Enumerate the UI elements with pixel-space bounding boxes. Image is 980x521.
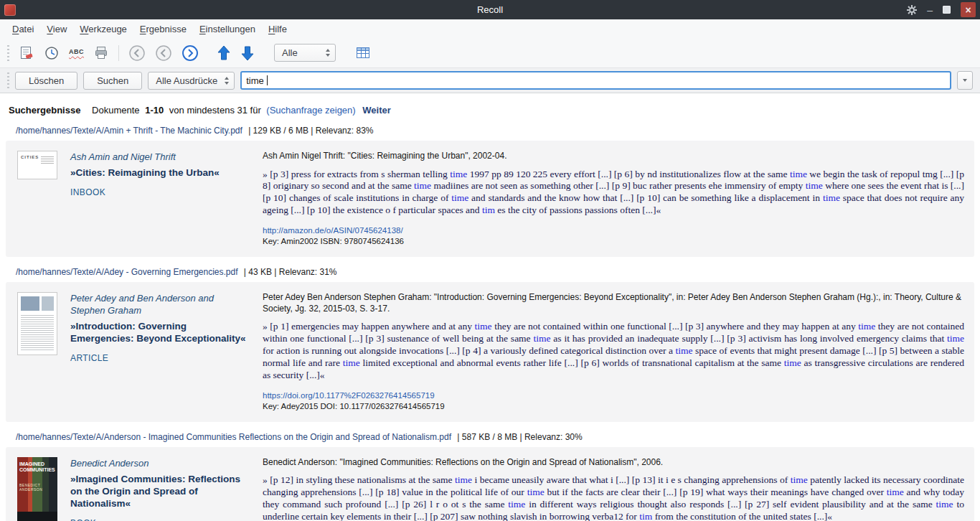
- toolbar-separator: [118, 45, 119, 61]
- result-title[interactable]: »Introduction: Governing Emergencies: Be…: [70, 320, 248, 345]
- toolbar-drag-handle[interactable]: [7, 45, 9, 61]
- dropdown-arrow-icon: [963, 79, 967, 82]
- dropdown-spin-icons: [326, 49, 330, 57]
- highlighted-term: time: [414, 180, 431, 191]
- results-header: Suchergebnisse Dokumente 1-10 von mindes…: [9, 105, 980, 116]
- result-citation: Benedict Anderson: "Imagined Communities…: [263, 457, 964, 469]
- maximize-button[interactable]: [943, 6, 951, 14]
- result-citation: Ash Amin Nigel Thrift: "Cities: Reimagin…: [263, 151, 964, 162]
- result-path-row: /home/hannes/Texte/A/Adey - Governing Em…: [16, 267, 974, 277]
- results-range: 1-10: [145, 105, 164, 116]
- category-filter-dropdown[interactable]: Alle: [274, 44, 336, 62]
- menu-view[interactable]: View: [40, 22, 73, 37]
- result-file-path[interactable]: /home/hannes/Texte/A/Anderson - Imagined…: [16, 432, 451, 442]
- show-query-link[interactable]: (Suchanfrage zeigen): [266, 105, 355, 116]
- spin-down-icon: [326, 54, 330, 57]
- maximize-icon: [943, 6, 951, 14]
- result-url-link[interactable]: https://doi.org/10.1177%2F02632764145657…: [263, 391, 435, 400]
- table-view-icon[interactable]: [355, 46, 371, 60]
- result-content-column: Peter Adey Ben Anderson Stephen Graham: …: [263, 292, 964, 410]
- search-mode-value: Alle Ausdrücke: [156, 75, 217, 86]
- result-citation: Peter Adey Ben Anderson Stephen Graham: …: [263, 292, 964, 314]
- results-list: /home/hannes/Texte/A/Amin + Thrift - The…: [0, 126, 980, 521]
- thumbnail-text: CITIES: [21, 155, 39, 159]
- result-key: Key: Amin2002 ISBN: 9780745624136: [263, 237, 964, 245]
- menu-werkzeuge[interactable]: Werkzeuge: [73, 22, 133, 37]
- spin-up-icon: [225, 77, 229, 80]
- recoll-app-icon[interactable]: [4, 4, 16, 16]
- result-snippet: » [p 12] in styling these nationalisms a…: [263, 474, 964, 521]
- result-doctype-badge: INBOOK: [70, 187, 248, 197]
- result-detail-panel: Peter Adey and Ben Anderson and Stephen …: [6, 282, 974, 422]
- previous-page-icon[interactable]: [155, 44, 172, 62]
- sort-up-arrow-icon[interactable]: [217, 44, 231, 62]
- result-content-column: Benedict Anderson: "Imagined Communities…: [263, 457, 964, 521]
- highlighted-term: time: [790, 169, 807, 179]
- result-thumbnail[interactable]: IMAGINED COMMUNITIES BENEDICT ANDERSON: [17, 457, 57, 521]
- highlighted-term: tim: [482, 205, 495, 215]
- result-thumbnail[interactable]: CITIES: [17, 151, 57, 179]
- close-button[interactable]: ×: [961, 2, 976, 17]
- titlebar: Recoll – ×: [0, 0, 980, 19]
- first-page-icon[interactable]: [128, 44, 146, 62]
- result-path-row: /home/hannes/Texte/A/Anderson - Imagined…: [16, 432, 974, 442]
- results-title: Suchergebnisse: [9, 105, 80, 116]
- result-size-relevance: | 43 KB | Relevanz: 31%: [244, 267, 337, 277]
- results-count-text: von mindestens 31 für: [169, 105, 261, 116]
- result-author: Benedict Anderson: [70, 458, 248, 470]
- menu-einstellungen[interactable]: Einstellungen: [193, 22, 262, 37]
- result-snippet: » [p 3] press for extracts from s sherma…: [263, 169, 964, 217]
- result-detail-panel: IMAGINED COMMUNITIES BENEDICT ANDERSON B…: [6, 447, 974, 521]
- sort-down-arrow-icon[interactable]: [240, 44, 255, 62]
- result-bibliography-column: Ash Amin and Nigel Thrift »Cities: Reima…: [70, 151, 248, 197]
- highlighted-term: time: [947, 333, 964, 344]
- highlighted-term: time: [791, 474, 808, 485]
- settings-gear-icon[interactable]: [907, 5, 917, 15]
- result-title[interactable]: »Imagined Communities: Reflections on th…: [70, 473, 248, 510]
- result-author: Peter Adey and Ben Anderson and Stephen …: [70, 293, 248, 317]
- highlighted-term: time: [887, 487, 904, 497]
- result-file-path[interactable]: /home/hannes/Texte/A/Adey - Governing Em…: [16, 267, 238, 277]
- clear-search-icon[interactable]: [19, 45, 34, 61]
- clear-button[interactable]: Löschen: [15, 72, 77, 90]
- spell-term-explorer-icon[interactable]: ABC: [69, 48, 84, 57]
- menu-ergebnisse[interactable]: Ergebnisse: [133, 22, 193, 37]
- search-result: /home/hannes/Texte/A/Adey - Governing Em…: [0, 267, 980, 422]
- history-clock-icon[interactable]: [44, 45, 60, 61]
- search-mode-dropdown[interactable]: Alle Ausdrücke: [148, 72, 235, 90]
- result-url-link[interactable]: http://amazon.de/o/ASIN/0745624138/: [263, 226, 403, 235]
- search-result: /home/hannes/Texte/A/Amin + Thrift - The…: [0, 126, 980, 257]
- result-doctype-badge: BOOK: [70, 518, 248, 521]
- searchbar-drag-handle[interactable]: [7, 72, 9, 88]
- query-history-dropdown[interactable]: [957, 71, 973, 90]
- result-doctype-badge: ARTICLE: [70, 353, 248, 363]
- next-page-link[interactable]: Weiter: [362, 105, 391, 116]
- spin-up-icon: [326, 49, 330, 52]
- search-input[interactable]: [240, 71, 951, 90]
- dropdown-spin-icons: [225, 77, 229, 85]
- window-controls: – ×: [907, 0, 976, 19]
- highlighted-term: time: [806, 180, 823, 191]
- result-detail-panel: CITIES Ash Amin and Nigel Thrift »Cities…: [6, 141, 974, 257]
- search-button[interactable]: Suchen: [83, 72, 142, 90]
- menu-hilfe[interactable]: Hilfe: [262, 22, 293, 37]
- highlighted-term: time: [823, 192, 840, 203]
- result-content-column: Ash Amin Nigel Thrift: "Cities: Reimagin…: [263, 151, 964, 245]
- result-file-path[interactable]: /home/hannes/Texte/A/Amin + Thrift - The…: [16, 126, 242, 136]
- result-thumbnail[interactable]: [17, 292, 57, 355]
- result-snippet: » [p 1] emergencies may happen anywhere …: [263, 321, 964, 381]
- result-author: Ash Amin and Nigel Thrift: [70, 151, 248, 164]
- menu-datei[interactable]: Datei: [6, 22, 40, 37]
- next-page-icon[interactable]: [182, 44, 199, 62]
- result-title[interactable]: »Cities: Reimagining the Urban«: [70, 166, 248, 179]
- spin-down-icon: [225, 82, 229, 85]
- highlighted-term: time: [533, 333, 550, 344]
- highlighted-term: tim: [639, 511, 652, 521]
- menubar: DateiViewWerkzeugeErgebnisseEinstellunge…: [0, 19, 980, 38]
- minimize-button[interactable]: –: [927, 5, 933, 15]
- print-icon[interactable]: [93, 45, 109, 61]
- toolbar: ABC: [0, 38, 980, 67]
- highlighted-term: time: [343, 357, 360, 368]
- search-bar: Löschen Suchen Alle Ausdrücke: [0, 67, 980, 93]
- result-size-relevance: | 587 KB / 8 MB | Relevanz: 30%: [457, 432, 582, 442]
